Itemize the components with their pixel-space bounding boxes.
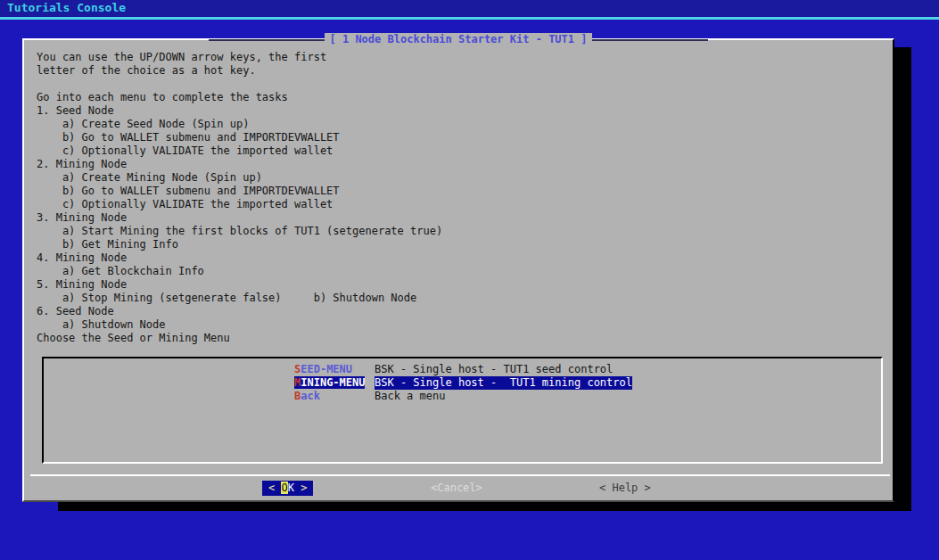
- button-separator-line: [30, 474, 890, 476]
- instruction-line: 5. Mining Node: [37, 278, 442, 292]
- help-button[interactable]: < Help >: [599, 481, 651, 496]
- instruction-line: a) Create Seed Node (Spin up): [37, 118, 442, 131]
- instruction-line: a) Stop Mining (setgenerate false) b) Sh…: [37, 292, 442, 305]
- instruction-line: c) Optionally VALIDATE the imported wall…: [37, 144, 442, 158]
- instruction-line: a) Start Mining the first blocks of TUT1…: [37, 225, 442, 238]
- instruction-line: 6. Seed Node: [37, 305, 442, 318]
- instruction-line: a) Shutdown Node: [37, 318, 442, 332]
- cancel-button[interactable]: <Cancel>: [431, 481, 482, 496]
- dialog-title-row: [ 1 Node Blockchain Starter Kit - TUT1 ]: [24, 32, 893, 46]
- ok-button[interactable]: < OK >: [262, 481, 313, 496]
- instruction-text: You can use the UP/DOWN arrow keys, the …: [37, 51, 442, 345]
- instruction-line: Go into each menu to complete the tasks: [37, 91, 442, 104]
- instruction-line: c) Optionally VALIDATE the imported wall…: [37, 198, 442, 211]
- instruction-line: You can use the UP/DOWN arrow keys, the …: [37, 51, 442, 64]
- backtitle-text: Tutorials Console: [7, 1, 126, 14]
- menu-item-description: Back a menu: [375, 390, 445, 403]
- menu-item-description: BSK - Single host - TUT1 mining control: [375, 376, 632, 390]
- ok-bracket-right: >: [294, 482, 307, 494]
- backtitle-bar: Tutorials Console: [0, 0, 939, 17]
- dialog-title: [ 1 Node Blockchain Starter Kit - TUT1 ]: [325, 33, 593, 46]
- instruction-line: a) Create Mining Node (Spin up): [37, 171, 442, 185]
- backtitle-underline: [0, 17, 939, 20]
- ok-label-rest: K: [288, 482, 294, 494]
- instruction-line: b) Get Mining Info: [37, 238, 442, 251]
- menu-item-description: BSK - Single host - TUT1 seed control: [375, 363, 613, 376]
- instruction-line: 1. Seed Node: [37, 104, 442, 118]
- title-border-right: [592, 39, 708, 41]
- title-border-left: [209, 39, 325, 41]
- menu-item-tag: EED-MENU: [301, 363, 352, 375]
- menu-item-tag: ack: [301, 390, 320, 402]
- menu-dialog: [ 1 Node Blockchain Starter Kit - TUT1 ]…: [22, 38, 894, 502]
- instruction-line: letter of the choice as a hot key.: [37, 64, 442, 78]
- menu-list: SEED-MENU BSK - Single host - TUT1 seed …: [294, 363, 632, 403]
- instruction-line: [37, 78, 442, 91]
- menu-box: SEED-MENU BSK - Single host - TUT1 seed …: [42, 357, 883, 464]
- instruction-line: b) Go to WALLET submenu and IMPORTDEVWAL…: [37, 185, 442, 198]
- instruction-line: Choose the Seed or Mining Menu: [37, 332, 442, 345]
- instruction-line: 4. Mining Node: [37, 251, 442, 265]
- instruction-line: 2. Mining Node: [37, 158, 442, 171]
- ok-bracket-left: <: [268, 482, 281, 494]
- ok-hotkey-cursor: O: [281, 482, 287, 494]
- menu-item-mining-menu[interactable]: MINING-MENU BSK - Single host - TUT1 min…: [294, 376, 632, 390]
- instruction-line: b) Go to WALLET submenu and IMPORTDEVWAL…: [37, 131, 442, 144]
- instruction-line: 3. Mining Node: [37, 211, 442, 225]
- instruction-line: a) Get Blockchain Info: [37, 265, 442, 278]
- menu-item-back[interactable]: Back Back a menu: [294, 390, 632, 403]
- menu-item-tag: INING-MENU: [301, 376, 365, 389]
- menu-item-seed-menu[interactable]: SEED-MENU BSK - Single host - TUT1 seed …: [294, 363, 632, 376]
